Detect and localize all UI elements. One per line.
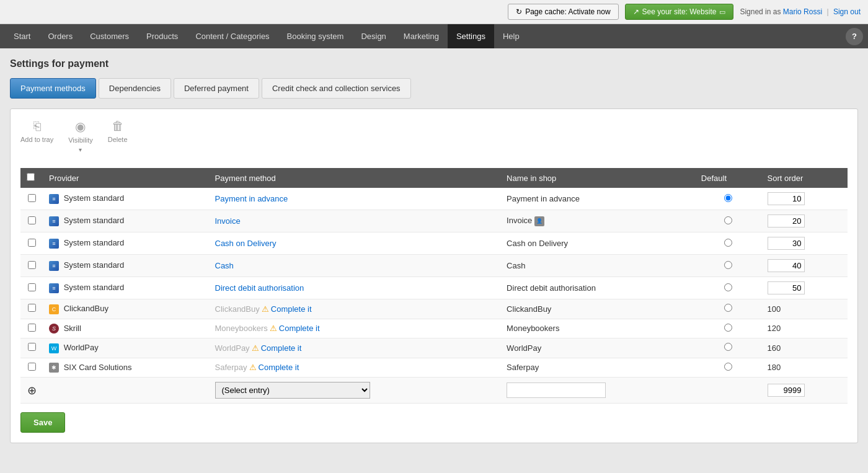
tabs-container: Payment methods Dependencies Deferred pa… [10,78,858,99]
tab-deferred-payment[interactable]: Deferred payment [174,78,259,99]
sort-order-cell: 160 [761,338,848,358]
row-checkbox[interactable] [28,324,36,332]
sort-order-value: 180 [768,363,781,372]
provider-name: SIX Card Solutions [64,363,132,372]
nav-settings[interactable]: Settings [448,24,494,48]
tab-payment-methods[interactable]: Payment methods [10,78,96,99]
nav-products[interactable]: Products [138,24,187,48]
user-name-link[interactable]: Mario Rossi [783,7,822,16]
row-checkbox-cell [20,319,43,338]
row-checkbox[interactable] [28,343,36,351]
nav-customers[interactable]: Customers [81,24,138,48]
payment-method-link[interactable]: Cash [215,261,234,270]
default-radio[interactable] [724,363,732,371]
complete-link[interactable]: Complete it [279,324,320,333]
see-site-button[interactable]: ↗ See your site: Website ▭ [625,4,734,20]
row-checkbox[interactable] [28,261,36,269]
payment-method-link[interactable]: Saferpay [215,363,247,372]
visibility-button[interactable]: ◉ Visibility ▾ [68,119,93,153]
page-content: Settings for payment Payment methods Dep… [0,48,868,453]
payment-method-link[interactable]: Direct debit authorisation [215,283,304,293]
payment-method-link[interactable]: Moneybookers [215,324,268,333]
row-checkbox[interactable] [28,363,36,371]
payment-method-cell: ClickandBuy⚠Complete it [209,299,501,319]
name-in-shop-cell: Cash [500,255,695,277]
payment-method-link[interactable]: Payment in advance [215,194,288,203]
trash-icon: 🗑 [112,119,124,133]
provider-name: System standard [64,193,125,203]
main-card: ⎗ Add to tray ◉ Visibility ▾ 🗑 Delete P [10,108,858,443]
tab-dependencies[interactable]: Dependencies [99,78,171,99]
new-sort-input[interactable] [768,384,805,397]
complete-link[interactable]: Complete it [261,343,302,353]
name-in-shop-cell: WorldPay [500,338,695,358]
provider-icon: W [49,343,59,353]
warning-icon: ⚠ [252,343,259,353]
provider-icon: ≡ [49,261,59,271]
table-row: W WorldPay WorldPay⚠Complete it WorldPay… [20,338,848,358]
sort-order-value: 120 [768,324,781,333]
default-cell [695,338,761,358]
payment-method-link[interactable]: Cash on Delivery [215,239,277,248]
nav-marketing[interactable]: Marketing [395,24,448,48]
default-radio[interactable] [724,261,732,269]
complete-link[interactable]: Complete it [271,304,312,314]
delete-button[interactable]: 🗑 Delete [108,119,128,153]
sort-order-cell [761,277,848,299]
sort-order-cell: 180 [761,358,848,378]
row-checkbox[interactable] [28,239,36,247]
select-all-checkbox[interactable] [27,173,35,181]
refresh-icon: ↻ [516,7,522,16]
nav-orders[interactable]: Orders [39,24,81,48]
row-checkbox[interactable] [28,304,36,312]
sort-order-cell: 100 [761,299,848,319]
complete-link[interactable]: Complete it [259,363,299,372]
sort-order-input[interactable] [768,281,805,294]
default-radio[interactable] [724,239,732,247]
tab-credit-check[interactable]: Credit check and collection services [262,78,411,99]
sort-order-input[interactable] [768,259,805,272]
row-checkbox[interactable] [28,216,36,224]
help-button[interactable]: ? [846,28,863,45]
new-method-select[interactable]: (Select entry) [215,382,370,399]
provider-cell: ≡ System standard [43,210,209,232]
default-radio[interactable] [724,216,732,224]
provider-header: Provider [43,168,209,188]
default-radio[interactable] [724,304,732,312]
payment-method-header: Payment method [209,168,501,188]
add-row-icon[interactable]: ⊕ [27,384,37,397]
new-row: ⊕ (Select entry) [20,378,848,404]
nav-help[interactable]: Help [494,24,528,48]
warning-icon: ⚠ [262,304,269,314]
payment-method-cell: Saferpay⚠Complete it [209,358,501,378]
default-radio[interactable] [724,324,732,332]
provider-cell: ✱ SIX Card Solutions [43,358,209,378]
payment-method-link[interactable]: ClickandBuy [215,304,260,314]
payment-method-cell: Cash on Delivery [209,232,501,255]
nav-content[interactable]: Content / Categories [187,24,278,48]
page-cache-button[interactable]: ↻ Page cache: Activate now [508,4,618,20]
default-cell [695,210,761,232]
sort-order-input[interactable] [768,237,805,250]
sort-order-value: 100 [768,304,781,314]
save-button[interactable]: Save [20,412,65,433]
new-name-input[interactable] [507,382,606,398]
default-radio[interactable] [724,283,732,291]
default-radio[interactable] [724,194,732,202]
payment-method-link[interactable]: WorldPay [215,343,250,353]
add-to-tray-button[interactable]: ⎗ Add to tray [20,119,53,153]
nav-booking[interactable]: Booking system [278,24,353,48]
payment-method-link[interactable]: Invoice [215,216,241,226]
sort-order-cell [761,232,848,255]
add-row-icon-cell: ⊕ [20,378,43,404]
row-checkbox[interactable] [28,194,36,202]
sign-out-link[interactable]: Sign out [833,7,861,16]
default-radio[interactable] [724,343,732,351]
nav-start[interactable]: Start [5,24,39,48]
table-row: ≡ System standard Cash on Delivery Cash … [20,232,848,255]
row-checkbox[interactable] [28,283,36,291]
nav-design[interactable]: Design [352,24,394,48]
sort-order-input[interactable] [768,192,805,205]
row-checkbox-cell [20,210,43,232]
sort-order-input[interactable] [768,214,805,228]
